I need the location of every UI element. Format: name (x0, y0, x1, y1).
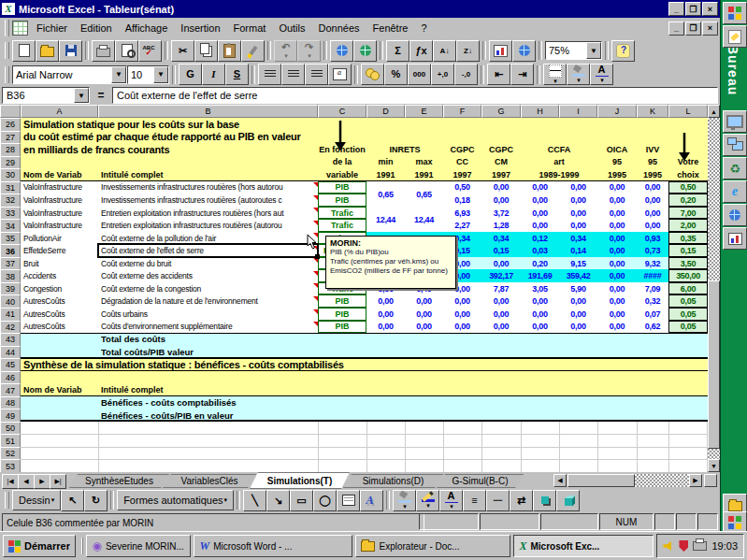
cell-e29[interactable]: max (405, 156, 443, 169)
font-color-button[interactable]: A▾ (439, 490, 463, 511)
cell-a30[interactable]: Nom de Variab (21, 168, 98, 181)
cell-b33[interactable]: Entretien exploitation infrastructures r… (98, 207, 318, 220)
cell-e41[interactable]: 0,00 (405, 308, 443, 321)
column-header-k[interactable]: K (637, 105, 668, 118)
cell-k42[interactable]: 0,62 (637, 321, 668, 334)
menu-?[interactable]: ? (414, 20, 433, 36)
cut-button[interactable]: ✂ (171, 40, 194, 62)
font-color-button[interactable]: A▾ (590, 64, 613, 85)
percent-style-button[interactable]: % (384, 64, 408, 85)
cell-i39[interactable]: 5,90 (559, 282, 597, 295)
cell-f29[interactable]: CC (443, 156, 481, 169)
paste-button[interactable] (218, 40, 241, 62)
cell-g29[interactable]: CM (481, 156, 521, 169)
cell-d42[interactable]: 0,00 (366, 321, 405, 334)
cell-i40[interactable]: 0,00 (559, 294, 597, 308)
task-button-microsoftexc[interactable]: XMicrosoft Exc... (513, 535, 654, 557)
row-header-37[interactable]: 37 (0, 257, 21, 271)
cell-f40[interactable]: 0,00 (443, 294, 481, 308)
close-button[interactable]: × (702, 2, 718, 16)
web-toolbar-button[interactable] (353, 40, 377, 62)
cell-i31[interactable]: 0,00 (559, 181, 597, 194)
row-header-39[interactable]: 39 (0, 282, 21, 296)
row-header-51[interactable]: 51 (0, 434, 21, 448)
dessin-menu[interactable]: Dessin▾ (12, 490, 61, 510)
column-header-h[interactable]: H (521, 105, 559, 118)
equals-button[interactable]: = (93, 89, 108, 102)
excel-app-icon[interactable]: X (2, 3, 15, 15)
scroll-up-button[interactable]: ▲ (708, 105, 720, 118)
network-neighborhood-button[interactable] (723, 134, 747, 156)
zoom-combo[interactable]: 75%▼ (545, 41, 602, 60)
tab-simulations(t)[interactable]: Simulations(T) (250, 472, 350, 489)
cell-j40[interactable]: 0,00 (597, 294, 637, 308)
cell-h29[interactable]: art (521, 156, 597, 169)
workbook-icon[interactable] (12, 21, 28, 36)
antivirus-shield-icon[interactable] (679, 540, 688, 552)
column-header-i[interactable]: I (559, 105, 597, 118)
tab-synthseetudes[interactable]: SynthèseEtudes (69, 474, 169, 488)
cell-d29[interactable]: min (366, 156, 405, 169)
cell-f31[interactable]: 0,50 (443, 181, 481, 194)
cell-k35[interactable]: 0,93 (637, 232, 668, 245)
cell-b32[interactable]: Investissements infrastructures routière… (98, 194, 318, 207)
cell-h30[interactable]: 1989-1999 (521, 168, 597, 181)
cell-f30[interactable]: 1997 (443, 168, 481, 181)
cell-f33[interactable]: 6,93 (443, 207, 481, 220)
cell-g41[interactable]: 0,00 (481, 308, 521, 321)
column-header-f[interactable]: F (443, 105, 481, 118)
currency-style-button[interactable] (361, 64, 384, 85)
cell-c41[interactable]: PIB (318, 308, 366, 321)
toolbar-handle[interactable] (5, 42, 9, 59)
cell-i42[interactable]: 0,00 (559, 321, 597, 334)
column-header-e[interactable]: E (405, 105, 443, 118)
name-box[interactable]: B36 ▼ (2, 87, 90, 104)
oval-button[interactable]: ◯ (313, 490, 337, 511)
print-preview-button[interactable] (115, 40, 138, 62)
cell-a47[interactable]: Nom de Variab (21, 383, 98, 396)
font-size-combo-dropdown-icon[interactable]: ▼ (153, 66, 168, 83)
cell-k30[interactable]: 1995 (637, 168, 668, 181)
cell-c29[interactable]: de la (318, 156, 366, 169)
task-button-severinemorin[interactable]: ◉Severine MORIN... (86, 535, 191, 557)
row-header-48[interactable]: 48 (0, 396, 21, 410)
toolbar-handle[interactable] (5, 66, 9, 83)
cell-b30[interactable]: Intitulé complet (98, 168, 318, 181)
increase-indent-button[interactable]: ⇥ (510, 64, 534, 85)
cell-i41[interactable]: 0,00 (559, 308, 597, 321)
cell-j31[interactable]: 0,00 (597, 181, 637, 194)
cell-a26[interactable]: Simulation statique pour les coûts sur l… (21, 118, 708, 131)
cell-e40[interactable]: 0,00 (405, 294, 443, 308)
menu-format[interactable]: Format (227, 20, 273, 36)
cell-f34[interactable]: 2,27 (443, 219, 481, 232)
zoom-combo-dropdown-icon[interactable]: ▼ (586, 42, 601, 59)
formula-content[interactable]: Coût externe de l'effet de serre (112, 87, 718, 104)
insert-hyperlink-button[interactable] (330, 40, 353, 62)
cell-c34[interactable]: Trafic (318, 219, 366, 232)
open-button[interactable] (36, 40, 59, 62)
row-header-49[interactable]: 49 (0, 409, 21, 423)
cell-e30[interactable]: 1991 (405, 168, 443, 181)
cell-e31[interactable]: 0,65 (405, 181, 443, 208)
cell-g37[interactable]: 0,00 (481, 257, 521, 270)
cell-f42[interactable]: 0,00 (443, 321, 481, 334)
volume-icon[interactable] (663, 541, 674, 551)
cell-f41[interactable]: 0,00 (443, 308, 481, 321)
cell-e33[interactable]: 12,44 (405, 207, 443, 233)
previous-sheet-button[interactable]: ◀ (18, 474, 35, 489)
menu-fentre[interactable]: Fenêtre (366, 20, 415, 36)
cell-a35[interactable]: PollutionAir (21, 232, 98, 245)
row-header-34[interactable]: 34 (0, 219, 21, 233)
cell-l42[interactable]: 0,05 (668, 321, 708, 334)
cell-h39[interactable]: 3,05 (521, 282, 559, 295)
row-header-53[interactable]: 53 (0, 459, 21, 472)
cell-a37[interactable]: Bruit (21, 257, 98, 270)
row-header-44[interactable]: 44 (0, 346, 21, 360)
column-header-a[interactable]: A (21, 105, 98, 118)
rectangle-button[interactable]: ▭ (290, 490, 313, 511)
column-header-g[interactable]: G (481, 105, 521, 118)
cell-l34[interactable]: 2,00 (668, 219, 708, 232)
minimize-button[interactable]: _ (668, 2, 684, 16)
autosum-button[interactable]: Σ (386, 40, 409, 62)
chart-view-button[interactable] (723, 227, 747, 250)
